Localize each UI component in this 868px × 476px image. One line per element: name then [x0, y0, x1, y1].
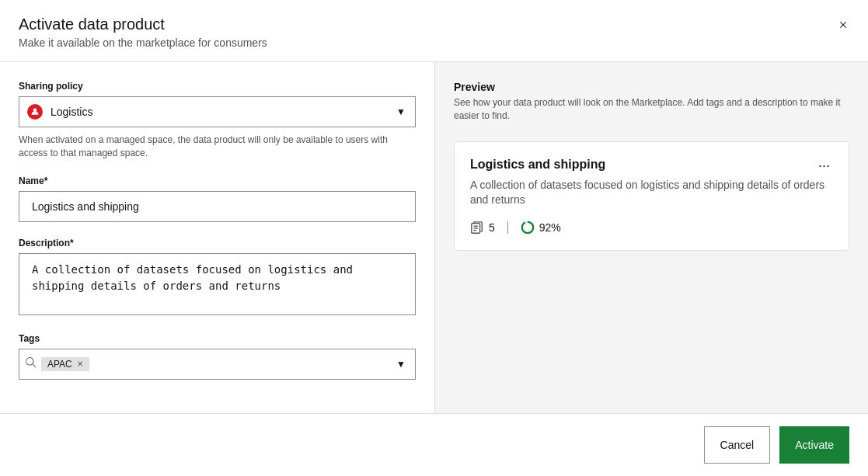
preview-subtitle: See how your data product will look on t… — [454, 96, 849, 123]
left-panel: Sharing policy Logistics ▼ When activate… — [0, 62, 435, 413]
svg-point-6 — [522, 222, 533, 233]
modal-title: Activate data product — [19, 16, 849, 33]
sharing-policy-select[interactable]: Logistics ▼ — [19, 96, 416, 127]
apac-tag: APAC ✕ — [41, 357, 89, 371]
dataset-icon — [470, 221, 484, 235]
activate-button[interactable]: Activate — [779, 426, 849, 464]
preview-card-title: Logistics and shipping — [470, 158, 833, 172]
modal-body: Sharing policy Logistics ▼ When activate… — [0, 62, 868, 413]
preview-title: Preview — [454, 81, 849, 93]
preview-card-meta: 5 92% — [470, 221, 833, 235]
dataset-count-item: 5 — [470, 221, 495, 235]
search-icon — [26, 357, 37, 370]
dataset-count: 5 — [489, 221, 495, 234]
description-group: Description* A collection of datasets fo… — [19, 238, 416, 318]
sharing-helper-text: When activated on a managed space, the d… — [19, 134, 416, 160]
sharing-policy-label: Sharing policy — [19, 81, 416, 92]
modal-overlay: Activate data product Make it available … — [0, 0, 868, 476]
tags-group: Tags APAC ✕ ▼ — [19, 333, 416, 380]
quality-icon — [521, 221, 535, 235]
chevron-down-icon: ▼ — [396, 106, 406, 117]
right-panel: Preview See how your data product will l… — [435, 62, 868, 413]
tag-label: APAC — [47, 359, 72, 370]
modal-footer: Cancel Activate — [0, 413, 868, 476]
cancel-button[interactable]: Cancel — [704, 426, 771, 464]
sharing-policy-icon — [27, 104, 43, 120]
description-input[interactable]: A collection of datasets focused on logi… — [19, 253, 416, 315]
tags-label: Tags — [19, 333, 416, 344]
tags-input[interactable]: APAC ✕ ▼ — [19, 349, 416, 380]
quality-item: 92% — [521, 221, 561, 235]
preview-card: ··· Logistics and shipping A collection … — [454, 141, 849, 251]
meta-divider — [507, 221, 508, 234]
tags-chevron-icon: ▼ — [396, 359, 406, 370]
name-label: Name* — [19, 175, 416, 186]
modal-subtitle: Make it available on the marketplace for… — [19, 36, 849, 49]
tag-remove-button[interactable]: ✕ — [77, 360, 83, 368]
quality-percent: 92% — [539, 221, 561, 234]
name-group: Name* — [19, 175, 416, 222]
sharing-policy-value: Logistics — [51, 106, 92, 118]
more-options-button[interactable]: ··· — [812, 155, 836, 177]
name-input[interactable] — [19, 191, 416, 222]
sharing-policy-group: Sharing policy Logistics ▼ When activate… — [19, 81, 416, 160]
description-label: Description* — [19, 238, 416, 248]
modal-header: Activate data product Make it available … — [0, 0, 868, 62]
preview-card-description: A collection of datasets focused on logi… — [470, 178, 833, 208]
close-button[interactable] — [831, 12, 856, 37]
